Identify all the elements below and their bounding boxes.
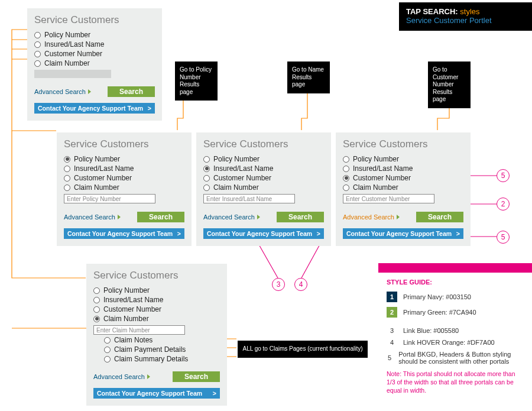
style-guide-row: 1Primary Navy: #003150 xyxy=(378,289,532,305)
radio-insured[interactable]: Insured/Last Name xyxy=(34,40,155,48)
radio-icon xyxy=(93,306,100,313)
doc-subtitle: Service Customer Portlet xyxy=(406,16,525,25)
radio-icon xyxy=(34,60,41,67)
radio-icon xyxy=(104,356,111,363)
radio-customer[interactable]: Customer Number xyxy=(93,305,220,313)
anno-circle-2: 2 xyxy=(497,198,510,211)
radio-policy[interactable]: Policy Number xyxy=(34,31,155,39)
portlet-title: Service Customers xyxy=(64,138,184,150)
advanced-search-link[interactable]: Advanced Search xyxy=(203,213,260,221)
portlet-claim: Service Customers Policy Number Insured/… xyxy=(86,264,227,406)
contact-support-button[interactable]: Contact Your Agency Support Team> xyxy=(343,228,463,239)
portlet-customer: Service Customers Policy Number Insured/… xyxy=(336,132,471,246)
swatch-green: 2 xyxy=(387,307,397,318)
radio-icon xyxy=(34,41,41,48)
anno-circle-3: 3 xyxy=(272,278,285,291)
portlet-policy: Service Customers Policy Number Insured/… xyxy=(57,132,192,246)
portlet-title: Service Customers xyxy=(203,138,324,150)
portlet-title: Service Customers xyxy=(343,138,463,150)
radio-icon xyxy=(203,185,210,191)
style-guide-title: STYLE GUIDE: xyxy=(378,273,532,289)
advanced-search-link-hover[interactable]: Advanced Search xyxy=(343,213,400,221)
radio-policy[interactable]: Policy Number xyxy=(203,155,324,163)
doc-title: TAP SEARCH: styles xyxy=(406,7,525,16)
radio-icon xyxy=(343,166,349,172)
style-guide-note: Note: This portal should not allocate mo… xyxy=(378,367,532,397)
radio-customer[interactable]: Customer Number xyxy=(64,174,184,182)
radio-customer[interactable]: Customer Number xyxy=(343,174,463,182)
advanced-search-link[interactable]: Advanced Search xyxy=(34,88,91,95)
callout-customer-results: Go to Customer Number Results page xyxy=(428,62,471,108)
radio-icon xyxy=(64,185,70,191)
radio-claim-summary[interactable]: Claim Summary Details xyxy=(104,355,220,363)
radio-claim-payment[interactable]: Claim Payment Details xyxy=(104,345,220,354)
radio-claim[interactable]: Claim Number xyxy=(93,315,220,323)
search-input[interactable]: Enter Insured/Last Name xyxy=(203,194,295,203)
radio-icon xyxy=(64,156,70,163)
contact-support-button[interactable]: Contact Your Agency Support Team> xyxy=(203,228,324,239)
radio-icon xyxy=(104,347,111,353)
chevron-right-icon: > xyxy=(177,230,181,237)
callout-name-results: Go to Name Results page xyxy=(287,62,330,93)
search-input[interactable]: Enter Claim Number xyxy=(93,325,185,335)
advanced-search-link[interactable]: Advanced Search xyxy=(93,373,150,380)
radio-claim[interactable]: Claim Number xyxy=(34,59,155,67)
contact-support-button[interactable]: Contact Your Agency Support Team> xyxy=(34,103,155,114)
radio-claim[interactable]: Claim Number xyxy=(203,183,324,192)
radio-icon xyxy=(203,156,210,163)
radio-insured[interactable]: Insured/Last Name xyxy=(343,164,463,173)
radio-policy[interactable]: Policy Number xyxy=(64,155,184,163)
radio-icon xyxy=(203,166,210,172)
radio-icon xyxy=(343,156,349,163)
radio-claim-notes[interactable]: Claim Notes xyxy=(104,336,220,344)
style-guide-row: 4Link HOVER Orange: #DF7A00 xyxy=(378,336,532,348)
radio-insured[interactable]: Insured/Last Name xyxy=(64,164,184,173)
portlet-insured: Service Customers Policy Number Insured/… xyxy=(196,132,331,246)
radio-icon xyxy=(64,166,70,172)
anno-circle-4: 4 xyxy=(294,278,307,291)
radio-claim[interactable]: Claim Number xyxy=(64,183,184,192)
radio-icon xyxy=(93,287,100,294)
style-guide-row: 3Link Blue: #005580 xyxy=(378,325,532,336)
triangle-icon xyxy=(147,374,150,379)
contact-support-button[interactable]: Contact Your Agency Support Team> xyxy=(64,228,184,239)
anno-circle-5: 5 xyxy=(497,169,510,182)
contact-support-button[interactable]: Contact Your Agency Support Team> xyxy=(93,388,220,399)
radio-insured[interactable]: Insured/Last Name xyxy=(203,164,324,173)
radio-icon xyxy=(34,32,41,38)
search-input[interactable]: Enter Customer Number xyxy=(343,194,434,203)
search-input[interactable]: Enter Policy Number xyxy=(64,194,155,203)
search-button[interactable]: Search xyxy=(137,212,184,222)
radio-insured[interactable]: Insured/Last Name xyxy=(93,296,220,304)
triangle-icon xyxy=(257,215,260,219)
chevron-right-icon: > xyxy=(148,105,151,112)
radio-policy[interactable]: Policy Number xyxy=(93,286,220,295)
radio-icon xyxy=(93,297,100,303)
radio-icon xyxy=(93,316,100,322)
radio-icon xyxy=(343,175,349,182)
chevron-right-icon: > xyxy=(456,230,460,237)
radio-customer[interactable]: Customer Number xyxy=(34,50,155,58)
radio-policy[interactable]: Policy Number xyxy=(343,155,463,163)
swatch-navy: 1 xyxy=(387,292,397,302)
search-input-placeholder-bar[interactable] xyxy=(34,70,111,78)
triangle-icon xyxy=(118,215,121,219)
chevron-right-icon: > xyxy=(213,390,216,397)
search-button[interactable]: Search xyxy=(173,371,220,382)
radio-customer[interactable]: Customer Number xyxy=(203,174,324,182)
portlet-title: Service Customers xyxy=(34,14,155,26)
search-button[interactable]: Search xyxy=(416,212,463,222)
advanced-search-link[interactable]: Advanced Search xyxy=(64,213,121,221)
anno-circle-5: 5 xyxy=(497,231,510,244)
radio-icon xyxy=(203,175,210,182)
radio-claim[interactable]: Claim Number xyxy=(343,183,463,192)
search-button[interactable]: Search xyxy=(108,86,155,97)
search-button[interactable]: Search xyxy=(277,212,324,222)
portlet-default: Service Customers Policy Number Insured/… xyxy=(27,8,162,121)
style-guide-row: 5Portal BKGD, Headers & Button styling s… xyxy=(378,348,532,367)
callout-claims-pages: ALL go to Claims Pages (current function… xyxy=(238,341,368,358)
radio-icon xyxy=(64,175,70,182)
radio-icon xyxy=(104,337,111,344)
triangle-icon xyxy=(88,89,91,94)
style-guide-row: 2Primary Green: #7CA940 xyxy=(378,305,532,320)
